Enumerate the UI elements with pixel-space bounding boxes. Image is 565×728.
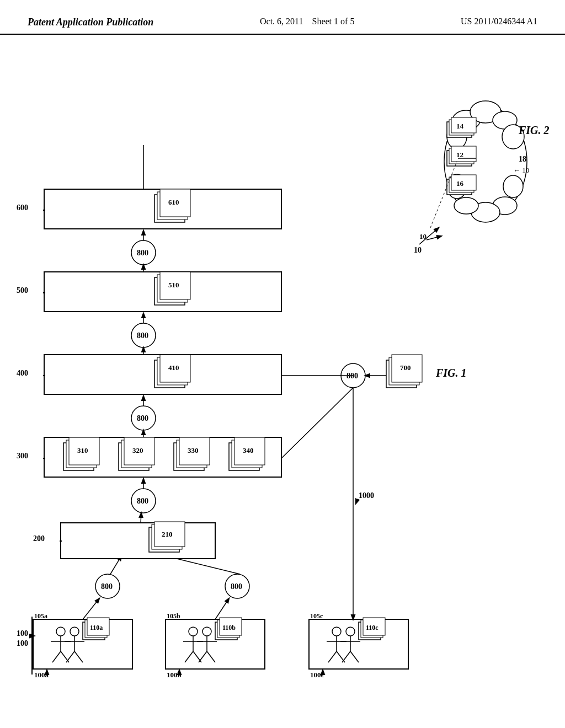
svg-line-171 [281, 388, 353, 458]
svg-text:100c: 100c [310, 671, 324, 679]
svg-text:100: 100 [17, 639, 28, 647]
svg-line-92 [215, 598, 229, 619]
svg-text:800: 800 [137, 414, 148, 422]
svg-point-8 [454, 197, 478, 214]
svg-text:600: 600 [17, 204, 28, 212]
svg-text:10: 10 [419, 232, 427, 240]
diagram-svg: 18 14 12 16 ← 10 10 FIG. 2 [0, 35, 565, 708]
page-header: Patent Application Publication Oct. 6, 2… [0, 0, 565, 35]
svg-text:310: 310 [77, 446, 88, 454]
svg-rect-18 [451, 146, 476, 162]
svg-text:400: 400 [17, 369, 28, 377]
svg-text:200: 200 [33, 534, 45, 543]
svg-text:105b: 105b [167, 612, 180, 620]
svg-text:610: 610 [168, 198, 179, 206]
svg-text:← 10: ← 10 [513, 166, 529, 174]
svg-rect-22 [451, 175, 476, 190]
svg-text:105c: 105c [310, 612, 323, 620]
svg-text:14: 14 [456, 122, 464, 130]
svg-text:210: 210 [162, 530, 173, 538]
svg-text:12: 12 [456, 151, 463, 159]
svg-text:105a: 105a [34, 612, 47, 620]
svg-text:800: 800 [137, 249, 148, 257]
svg-text:700: 700 [400, 363, 411, 372]
svg-text:110c: 110c [366, 624, 379, 631]
svg-text:FIG. 1: FIG. 1 [435, 367, 467, 379]
svg-text:320: 320 [132, 446, 143, 454]
svg-text:330: 330 [188, 446, 199, 454]
header-date-sheet: Oct. 6, 2011 Sheet 1 of 5 [260, 17, 354, 26]
svg-text:FIG. 2: FIG. 2 [518, 124, 550, 136]
svg-text:800: 800 [101, 582, 113, 591]
publication-title: Patent Application Publication [28, 17, 153, 28]
svg-text:800: 800 [231, 582, 242, 591]
svg-text:340: 340 [243, 446, 254, 454]
diagram-area: 18 14 12 16 ← 10 10 FIG. 2 [0, 35, 565, 708]
header-sheet: Sheet 1 of 5 [312, 17, 355, 26]
svg-text:1000: 1000 [359, 491, 374, 500]
svg-text:16: 16 [456, 179, 464, 188]
svg-text:100: 100 [17, 629, 28, 638]
svg-text:410: 410 [168, 363, 179, 372]
svg-text:18: 18 [519, 155, 526, 163]
svg-rect-14 [451, 117, 476, 133]
patent-number: US 2011/0246344 A1 [461, 17, 537, 26]
svg-text:10: 10 [414, 246, 422, 254]
svg-line-88 [83, 598, 99, 619]
svg-text:800: 800 [137, 497, 148, 505]
svg-text:300: 300 [17, 452, 28, 460]
svg-text:110a: 110a [90, 624, 103, 631]
svg-line-166 [356, 499, 358, 504]
svg-point-5 [503, 175, 523, 197]
svg-text:800: 800 [137, 331, 148, 340]
svg-rect-94 [61, 523, 215, 559]
header-date: Oct. 6, 2011 [260, 17, 303, 26]
svg-line-103 [141, 513, 141, 523]
svg-text:110b: 110b [222, 624, 236, 631]
svg-text:510: 510 [168, 281, 179, 289]
svg-text:500: 500 [17, 286, 28, 295]
